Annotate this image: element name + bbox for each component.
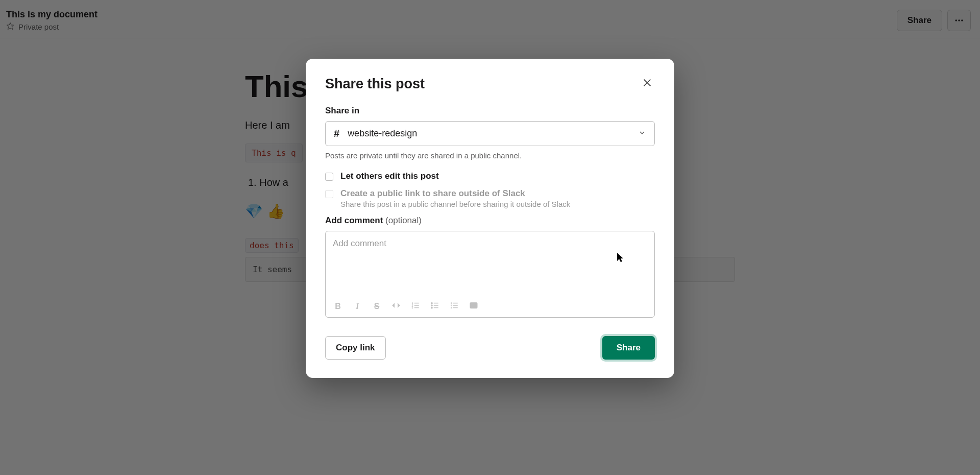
comment-input[interactable]: Add comment	[326, 231, 654, 296]
svg-point-17	[431, 307, 432, 308]
checkbox-public	[325, 190, 333, 198]
checkbox-public-row: Create a public link to share outside of…	[325, 188, 655, 208]
share-in-label: Share in	[325, 106, 655, 116]
checkbox-edit[interactable]	[325, 173, 333, 181]
modal-overlay[interactable]: Share this post Share in # website-redes…	[0, 0, 980, 475]
checkbox-public-sublabel: Share this post in a public channel befo…	[340, 200, 570, 208]
bold-icon[interactable]: B	[333, 302, 343, 311]
add-comment-label: Add comment (optional)	[325, 216, 655, 226]
ordered-list-icon[interactable]: 123	[410, 301, 421, 312]
optional-text: (optional)	[383, 216, 422, 225]
channel-select[interactable]: # website-redesign	[325, 121, 655, 146]
checkbox-edit-row[interactable]: Let others edit this post	[325, 171, 655, 181]
hash-icon: #	[334, 128, 339, 139]
privacy-help-text: Posts are private until they are shared …	[325, 151, 655, 160]
cursor-icon	[617, 253, 625, 265]
svg-point-16	[431, 305, 432, 306]
comment-box: Add comment B I S 123	[325, 231, 655, 318]
close-button[interactable]	[640, 75, 655, 92]
svg-marker-25	[617, 253, 623, 262]
share-button-primary[interactable]: Share	[602, 336, 655, 360]
svg-point-15	[431, 302, 432, 303]
channel-name: website-redesign	[348, 128, 417, 139]
close-icon	[642, 77, 653, 88]
add-comment-text: Add comment	[325, 216, 383, 225]
strikethrough-icon[interactable]: S	[372, 302, 382, 311]
numbered-list-icon[interactable]	[449, 301, 459, 312]
code-icon[interactable]	[391, 301, 401, 312]
modal-header: Share this post	[325, 75, 655, 92]
comment-toolbar: B I S 123	[326, 296, 654, 317]
share-modal: Share this post Share in # website-redes…	[306, 59, 674, 378]
checkbox-public-label: Create a public link to share outside of…	[340, 188, 570, 199]
code-block-icon[interactable]	[469, 301, 479, 312]
svg-text:3: 3	[412, 306, 413, 309]
channel-select-value: # website-redesign	[334, 128, 417, 139]
checkbox-public-content: Create a public link to share outside of…	[340, 188, 570, 208]
modal-footer: Copy link Share	[325, 336, 655, 360]
italic-icon[interactable]: I	[352, 302, 362, 311]
copy-link-button[interactable]: Copy link	[325, 336, 386, 360]
chevron-down-icon	[638, 129, 646, 139]
checkbox-edit-label: Let others edit this post	[340, 171, 439, 181]
bulleted-list-icon[interactable]	[430, 301, 440, 312]
modal-title: Share this post	[325, 76, 425, 92]
